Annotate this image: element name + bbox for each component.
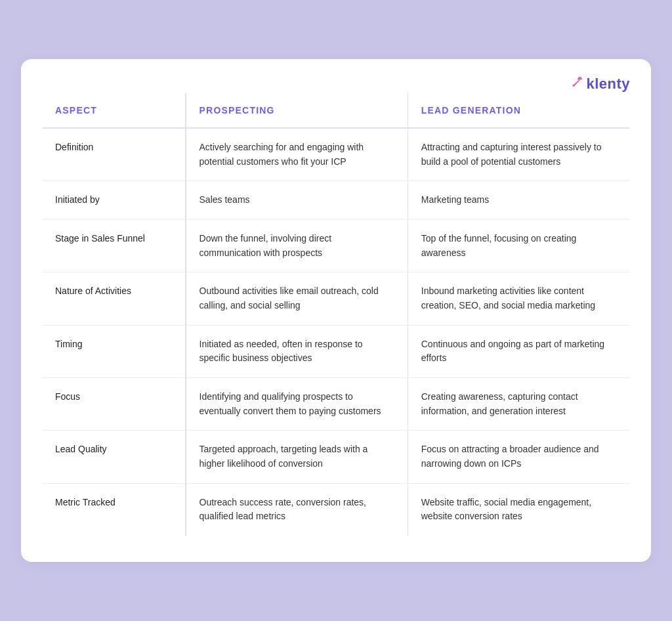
table-row: Initiated bySales teamsMarketing teams	[42, 181, 630, 220]
cell-leadgen: Attracting and capturing interest passiv…	[408, 128, 630, 181]
cell-prospecting: Outreach success rate, conversion rates,…	[186, 483, 408, 536]
table-row: FocusIdentifying and qualifying prospect…	[42, 378, 630, 431]
cell-leadgen: Focus on attracting a broader audience a…	[408, 431, 630, 483]
header-prospecting: PROSPECTING	[186, 93, 408, 128]
header-leadgen: LEAD GENERATION	[408, 93, 630, 128]
cell-prospecting: Identifying and qualifying prospects to …	[186, 378, 408, 431]
cell-leadgen: Top of the funnel, focusing on creating …	[408, 219, 630, 272]
cell-prospecting: Down the funnel, involving direct commun…	[186, 219, 408, 272]
cell-prospecting: Outbound activities like email outreach,…	[186, 272, 408, 325]
cell-aspect: Lead Quality	[42, 431, 186, 483]
logo-text: klenty	[586, 75, 630, 93]
table-row: TimingInitiated as needed, often in resp…	[42, 325, 630, 377]
table-row: Metric TrackedOutreach success rate, con…	[42, 483, 630, 536]
comparison-card: klenty ASPECT PROSPECTING LEAD GENERATIO…	[21, 59, 651, 562]
cell-leadgen: Website traffic, social media engagement…	[408, 483, 630, 536]
cell-prospecting: Actively searching for and engaging with…	[186, 128, 408, 181]
cell-aspect: Nature of Activities	[42, 272, 186, 325]
logo-bird-icon	[570, 75, 585, 93]
table-row: Stage in Sales FunnelDown the funnel, in…	[42, 219, 630, 272]
klenty-logo: klenty	[570, 75, 630, 93]
cell-aspect: Timing	[42, 325, 186, 377]
cell-prospecting: Targeted approach, targeting leads with …	[186, 431, 408, 483]
cell-aspect: Metric Tracked	[42, 483, 186, 536]
cell-leadgen: Marketing teams	[408, 181, 630, 220]
table-header-row: ASPECT PROSPECTING LEAD GENERATION	[42, 93, 630, 128]
table-row: Nature of ActivitiesOutbound activities …	[42, 272, 630, 325]
cell-aspect: Stage in Sales Funnel	[42, 219, 186, 272]
cell-leadgen: Continuous and ongoing as part of market…	[408, 325, 630, 377]
cell-prospecting: Initiated as needed, often in response t…	[186, 325, 408, 377]
cell-leadgen: Creating awareness, capturing contact in…	[408, 378, 630, 431]
cell-leadgen: Inbound marketing activities like conten…	[408, 272, 630, 325]
cell-aspect: Definition	[42, 128, 186, 181]
header-aspect: ASPECT	[42, 93, 186, 128]
comparison-table: ASPECT PROSPECTING LEAD GENERATION Defin…	[42, 93, 630, 536]
table-row: Lead QualityTargeted approach, targeting…	[42, 431, 630, 483]
table-row: DefinitionActively searching for and eng…	[42, 128, 630, 181]
cell-aspect: Initiated by	[42, 181, 186, 220]
cell-prospecting: Sales teams	[186, 181, 408, 220]
cell-aspect: Focus	[42, 378, 186, 431]
